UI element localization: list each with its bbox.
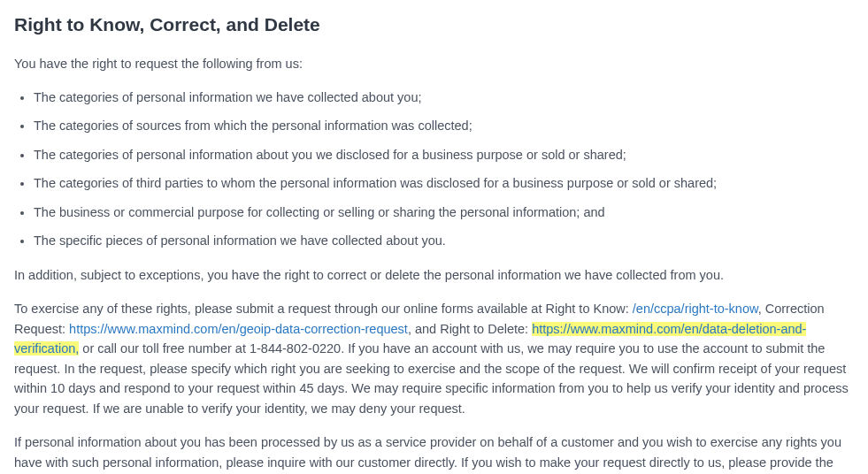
list-item: The categories of third parties to whom … — [34, 173, 854, 193]
list-item: The categories of sources from which the… — [34, 116, 854, 135]
intro-paragraph: You have the right to request the follow… — [14, 54, 854, 73]
service-provider-paragraph: If personal information about you has be… — [14, 432, 854, 474]
list-item: The specific pieces of personal informat… — [34, 231, 854, 250]
correction-request-link[interactable]: https://www.maxmind.com/en/geoip-data-co… — [69, 322, 408, 336]
exercise-tail: or call our toll free number at 1-844-80… — [14, 341, 849, 415]
addition-paragraph: In addition, subject to exceptions, you … — [14, 265, 854, 285]
section-heading: Right to Know, Correct, and Delete — [14, 11, 854, 40]
exercise-mid2: , and Right to Delete: — [408, 322, 532, 336]
exercise-lead: To exercise any of these rights, please … — [14, 302, 633, 316]
list-item: The categories of personal information a… — [34, 145, 854, 164]
right-to-know-link[interactable]: /en/ccpa/right-to-know — [633, 302, 758, 316]
list-item: The categories of personal information w… — [34, 88, 854, 107]
rights-list: The categories of personal information w… — [14, 88, 854, 251]
exercise-paragraph: To exercise any of these rights, please … — [14, 299, 854, 418]
list-item: The business or commercial purpose for c… — [34, 203, 854, 222]
